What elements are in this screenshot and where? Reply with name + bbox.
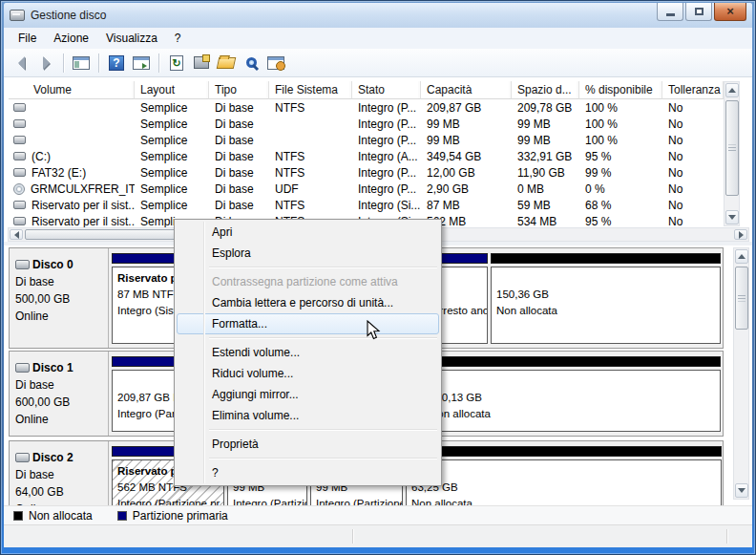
legend-item-partizione-primaria: Partizione primaria xyxy=(117,509,228,523)
open-folder-button[interactable] xyxy=(215,52,238,75)
cell-tipo: Di base xyxy=(209,116,269,132)
cell-stato: Integro (Si... xyxy=(352,197,421,213)
menubar-item-file[interactable]: File xyxy=(10,29,45,48)
close-button[interactable]: × xyxy=(714,3,746,21)
table-row[interactable]: SempliceDi baseNTFSIntegro (P...209,87 G… xyxy=(9,99,724,116)
disk-status: Online xyxy=(15,411,104,428)
cell-tolleranza-d: No xyxy=(662,116,724,132)
menubar-item-azione[interactable]: Azione xyxy=(45,29,97,48)
context-menu-item-riduci-volume[interactable]: Riduci volume... xyxy=(177,363,439,384)
column-header-disponibile[interactable]: % disponibile xyxy=(579,81,662,99)
menubar-item-help[interactable]: ? xyxy=(166,29,190,48)
cell-tipo: Di base xyxy=(209,132,269,148)
disk-name-text: Disco 0 xyxy=(32,256,74,273)
scroll-down-icon xyxy=(728,215,736,220)
console-tree-button[interactable] xyxy=(70,52,93,75)
disk-label[interactable]: Disco 0Di base500,00 GBOnline xyxy=(10,248,109,348)
table-row[interactable]: GRMCULXFRER_IT...SempliceDi baseUDFInteg… xyxy=(9,181,724,197)
context-menu-item-propriet[interactable]: Proprietà xyxy=(177,434,439,455)
context-menu-item-help[interactable]: ? xyxy=(177,462,439,483)
column-header-volume[interactable]: Volume xyxy=(9,81,135,99)
cell-volume xyxy=(9,116,135,132)
column-header-stato[interactable]: Stato xyxy=(352,81,421,99)
cell-file-sistema: NTFS xyxy=(269,99,352,116)
context-menu-item-apri[interactable]: Apri xyxy=(177,222,439,243)
window-controls: × xyxy=(657,3,746,21)
disk-label[interactable]: Disco 2Di base64,00 GBOnline xyxy=(10,441,109,505)
column-header-capacit[interactable]: Capacità xyxy=(421,81,512,99)
scroll-up-button[interactable] xyxy=(735,249,748,264)
disk-pane-vscrollbar[interactable] xyxy=(733,247,749,500)
scroll-down-button[interactable] xyxy=(735,483,748,498)
scroll-left-button[interactable] xyxy=(10,229,23,240)
context-menu-item-formatta[interactable]: Formatta... xyxy=(177,313,439,334)
back-button[interactable] xyxy=(10,52,32,75)
window-title: Gestione disco xyxy=(31,9,657,22)
disk-label[interactable]: Disco 1Di base600,00 GBOnline xyxy=(10,352,109,436)
manage-button[interactable] xyxy=(264,52,287,75)
cell-capacit: 99 MB xyxy=(421,132,512,148)
menubar-item-visualizza[interactable]: Visualizza xyxy=(97,29,166,48)
disk-management-window: Gestione disco × FileAzioneVisualizza? ?… xyxy=(0,0,756,555)
minimize-button[interactable] xyxy=(657,3,683,21)
partition-size: 63,25 GB xyxy=(411,480,721,496)
legend-bar: Non allocataPartizione primaria xyxy=(4,505,752,524)
cell-spazio-d: 11,90 GB xyxy=(512,164,579,181)
scroll-down-button[interactable] xyxy=(725,210,739,224)
cell-capacit: 12,00 GB xyxy=(421,164,512,181)
context-menu-item-cambia-lettera-e-percorso-di-unit[interactable]: Cambia lettera e percorso di unità... xyxy=(177,292,439,313)
help-icon: ? xyxy=(109,55,124,71)
cell-tipo: Di base xyxy=(209,181,269,197)
unallocated-region[interactable]: 390,13 GBNon allocata xyxy=(424,356,721,432)
context-menu-item-aggiungi-mirror[interactable]: Aggiungi mirror... xyxy=(177,384,439,405)
scroll-up-button[interactable] xyxy=(725,83,739,97)
volume-name: (C:) xyxy=(32,150,51,163)
column-header-tolleranza-d[interactable]: Tolleranza d xyxy=(662,81,724,99)
volume-list-vscrollbar[interactable] xyxy=(724,81,740,226)
refresh-button[interactable]: ↻ xyxy=(165,52,188,75)
cell-tipo: Di base xyxy=(209,148,269,164)
console-tree-icon xyxy=(73,56,90,70)
table-row[interactable]: FAT32 (E:)SempliceDi baseNTFSIntegro (P.… xyxy=(9,164,724,181)
column-header-spazio-d[interactable]: Spazio d... xyxy=(512,81,579,99)
cell-file-sistema xyxy=(269,116,352,132)
menu-separator xyxy=(209,267,437,267)
partition-info-box: 390,13 GBNon allocata xyxy=(424,370,721,432)
disk-size: 64,00 GB xyxy=(15,483,104,501)
column-header-file-sistema[interactable]: File Sistema xyxy=(269,81,352,99)
cell-disponibile: 99 % xyxy=(579,164,662,181)
rescan-button[interactable] xyxy=(240,52,262,75)
unallocated-region[interactable]: 150,36 GBNon allocata xyxy=(491,253,721,344)
unallocated-region[interactable]: 63,25 GBNon allocata xyxy=(406,446,722,505)
forward-button[interactable] xyxy=(34,52,57,75)
partition-status: Integro (Partizione primaria) xyxy=(233,496,306,505)
toolbar-separator xyxy=(63,53,64,73)
vscroll-thumb[interactable] xyxy=(735,267,748,330)
restore-button[interactable] xyxy=(685,3,712,21)
vscroll-thumb[interactable] xyxy=(725,100,739,196)
disk-name: Disco 2 xyxy=(15,449,104,466)
table-row[interactable]: (C:)SempliceDi baseNTFSIntegro (A...349,… xyxy=(9,148,724,164)
cell-file-sistema: NTFS xyxy=(269,164,352,181)
scroll-right-button[interactable] xyxy=(734,229,747,240)
table-row[interactable]: Riservato per il sist...SempliceDi baseN… xyxy=(9,197,724,213)
column-header-tipo[interactable]: Tipo xyxy=(209,81,269,99)
action-pane-button[interactable] xyxy=(130,52,153,75)
context-menu-item-elimina-volume[interactable]: Elimina volume... xyxy=(177,405,439,426)
properties-button[interactable] xyxy=(190,52,213,75)
scroll-up-icon xyxy=(728,88,736,93)
cell-disponibile: 95 % xyxy=(579,148,662,164)
thumb-grip xyxy=(738,295,746,302)
help-button[interactable]: ? xyxy=(105,52,128,75)
cell-tolleranza-d: No xyxy=(662,181,724,197)
table-row[interactable]: SempliceDi baseIntegro (P...99 MB99 MB10… xyxy=(9,116,724,132)
context-menu-item-esplora[interactable]: Esplora xyxy=(177,243,439,264)
cell-layout: Semplice xyxy=(135,132,209,148)
title-bar[interactable]: Gestione disco × xyxy=(4,3,752,28)
legend-label: Non allocata xyxy=(29,509,93,523)
context-menu-item-estendi-volume[interactable]: Estendi volume... xyxy=(177,342,439,363)
cell-tolleranza-d: No xyxy=(662,99,724,116)
column-header-layout[interactable]: Layout xyxy=(135,81,209,99)
cell-spazio-d: 332,91 GB xyxy=(512,148,579,164)
table-row[interactable]: SempliceDi baseIntegro (P...99 MB99 MB10… xyxy=(9,132,724,148)
